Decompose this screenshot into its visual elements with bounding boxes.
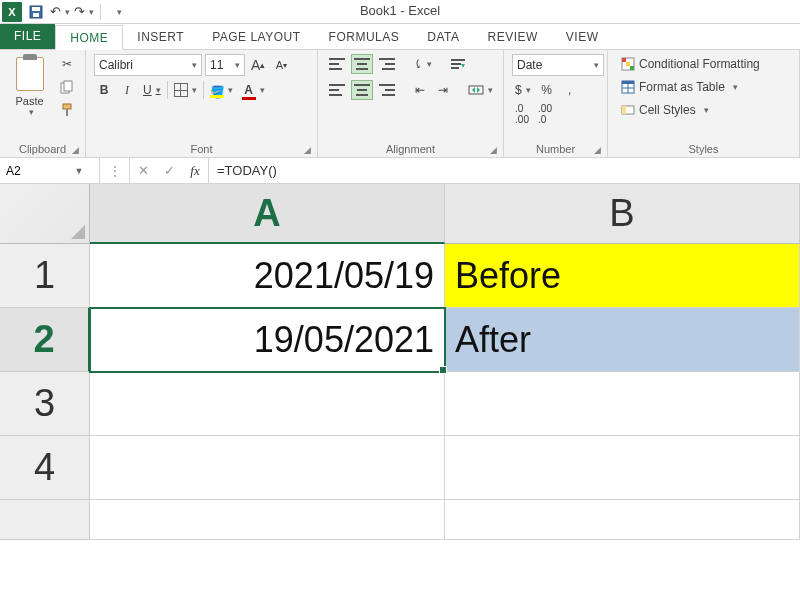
row-4: 4 [0, 436, 800, 500]
cell-styles-icon [621, 103, 635, 117]
borders-button[interactable]: ▾ [171, 80, 200, 100]
accounting-format-button[interactable]: $▾ [512, 80, 534, 100]
alignment-dialog-launcher-icon[interactable]: ◢ [490, 145, 497, 155]
increase-indent-icon[interactable]: ⇥ [433, 80, 453, 100]
row-header-3[interactable]: 3 [0, 372, 90, 436]
align-left-icon[interactable] [326, 80, 348, 100]
italic-button[interactable]: I [117, 80, 137, 100]
table-icon [621, 80, 635, 94]
align-bottom-icon[interactable] [376, 54, 398, 74]
group-number: Date▾ $▾ % , .0.00 .00.0 Number◢ [504, 50, 608, 157]
svg-rect-14 [630, 66, 634, 70]
number-dialog-launcher-icon[interactable]: ◢ [594, 145, 601, 155]
cell-a2[interactable]: 19/05/2021 [90, 308, 445, 372]
ribbon-tabs: FILE HOME INSERT PAGE LAYOUT FORMULAS DA… [0, 24, 800, 50]
cell-styles-button[interactable]: Cell Styles▾ [616, 100, 714, 120]
cell-b3[interactable] [445, 372, 800, 436]
tab-formulas[interactable]: FORMULAS [315, 24, 414, 49]
svg-rect-5 [63, 104, 71, 109]
copy-icon[interactable] [57, 77, 77, 97]
svg-rect-20 [622, 106, 626, 114]
percent-format-button[interactable]: % [537, 80, 557, 100]
merge-center-icon[interactable]: ▾ [465, 80, 496, 100]
number-format-combo[interactable]: Date▾ [512, 54, 604, 76]
excel-logo-icon: X [2, 2, 22, 22]
svg-rect-6 [66, 109, 68, 116]
row-header-5[interactable] [0, 500, 90, 540]
cell-b2[interactable]: After [445, 308, 800, 372]
align-top-icon[interactable] [326, 54, 348, 74]
svg-rect-16 [622, 81, 634, 84]
tab-file[interactable]: FILE [0, 23, 55, 49]
increase-decimal-icon[interactable]: .0.00 [512, 104, 532, 124]
enter-formula-icon[interactable]: ✓ [156, 163, 182, 178]
font-dialog-launcher-icon[interactable]: ◢ [304, 145, 311, 155]
cell-a3[interactable] [90, 372, 445, 436]
clipboard-icon [16, 57, 44, 91]
cut-icon[interactable]: ✂ [57, 54, 77, 74]
svg-rect-4 [64, 81, 72, 91]
decrease-indent-icon[interactable]: ⇤ [410, 80, 430, 100]
underline-button[interactable]: U▾ [140, 80, 164, 100]
tab-view[interactable]: VIEW [552, 24, 613, 49]
bold-button[interactable]: B [94, 80, 114, 100]
paste-button[interactable]: Paste ▾ [8, 54, 51, 122]
formula-input[interactable] [209, 163, 800, 178]
qat-customize-icon[interactable]: ▾ [107, 3, 127, 21]
font-color-button[interactable]: A▾ [239, 80, 268, 100]
paint-bucket-icon: 🪣 [210, 85, 224, 95]
row-header-4[interactable]: 4 [0, 436, 90, 500]
name-box[interactable]: ▼ [0, 158, 100, 183]
name-box-dropdown-icon[interactable]: ▼ [70, 166, 88, 176]
window-title: Book1 - Excel [360, 3, 440, 18]
cell-b4[interactable] [445, 436, 800, 500]
align-center-icon[interactable] [351, 80, 373, 100]
select-all-corner[interactable] [0, 184, 90, 244]
font-size-combo[interactable]: 11▾ [205, 54, 245, 76]
tab-review[interactable]: REVIEW [473, 24, 551, 49]
group-clipboard: Paste ▾ ✂ Clipboard◢ [0, 50, 86, 157]
cell-b5[interactable] [445, 500, 800, 540]
cell-a5[interactable] [90, 500, 445, 540]
cell-a4[interactable] [90, 436, 445, 500]
undo-icon[interactable]: ↶▾ [50, 3, 70, 21]
svg-rect-7 [451, 59, 465, 61]
group-label-alignment: Alignment◢ [326, 141, 495, 155]
cell-b1[interactable]: Before [445, 244, 800, 308]
clipboard-dialog-launcher-icon[interactable]: ◢ [72, 145, 79, 155]
format-painter-icon[interactable] [57, 100, 77, 120]
align-middle-icon[interactable] [351, 54, 373, 74]
column-header-a[interactable]: A [90, 184, 445, 244]
tab-insert[interactable]: INSERT [123, 24, 198, 49]
font-name-combo[interactable]: Calibri▾ [94, 54, 202, 76]
fx-icon[interactable]: fx [182, 163, 208, 179]
save-icon[interactable] [26, 3, 46, 21]
redo-icon[interactable]: ↷▾ [74, 3, 94, 21]
comma-format-button[interactable]: , [560, 80, 580, 100]
tab-data[interactable]: DATA [413, 24, 473, 49]
wrap-text-icon[interactable] [447, 54, 469, 74]
decrease-font-icon[interactable]: A▾ [271, 55, 291, 75]
row-header-1[interactable]: 1 [0, 244, 90, 308]
group-label-number: Number◢ [512, 141, 599, 155]
conditional-formatting-button[interactable]: Conditional Formatting [616, 54, 765, 74]
row-header-2[interactable]: 2 [0, 308, 90, 372]
cell-a1[interactable]: 2021/05/19 [90, 244, 445, 308]
row-1: 1 2021/05/19 Before [0, 244, 800, 308]
increase-font-icon[interactable]: A▴ [248, 55, 268, 75]
fill-color-button[interactable]: 🪣▾ [207, 80, 236, 100]
decrease-decimal-icon[interactable]: .00.0 [535, 104, 555, 124]
name-box-input[interactable] [0, 164, 70, 178]
group-label-styles: Styles [616, 141, 791, 155]
cancel-formula-icon[interactable]: ✕ [130, 163, 156, 178]
align-right-icon[interactable] [376, 80, 398, 100]
column-header-b[interactable]: B [445, 184, 800, 244]
font-color-icon: A [242, 83, 256, 97]
tab-home[interactable]: HOME [55, 25, 123, 50]
tab-page-layout[interactable]: PAGE LAYOUT [198, 24, 314, 49]
orientation-icon[interactable]: ⤹▾ [410, 54, 435, 74]
formula-input-wrap [209, 158, 800, 183]
row-5-partial [0, 500, 800, 540]
format-as-table-button[interactable]: Format as Table▾ [616, 77, 743, 97]
ribbon: Paste ▾ ✂ Clipboard◢ Calibri▾ 11▾ A▴ A▾ [0, 50, 800, 158]
